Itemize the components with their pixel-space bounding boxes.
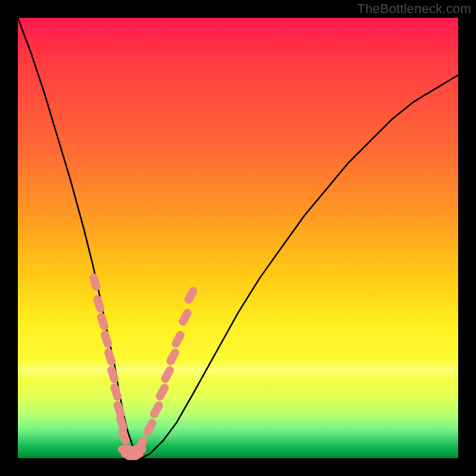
curve-marker — [88, 273, 102, 292]
highlight-band — [18, 361, 458, 379]
plot-area — [18, 18, 458, 458]
marker-group — [88, 273, 199, 461]
curve-marker — [121, 450, 137, 458]
curve-marker — [159, 365, 175, 384]
chart-frame: TheBottleneck.com — [0, 0, 476, 476]
curve-marker — [154, 382, 170, 402]
curve-marker — [96, 312, 110, 331]
curve-marker — [183, 286, 199, 305]
curve-marker — [112, 400, 126, 419]
curve-marker — [92, 295, 106, 314]
curve-marker — [128, 450, 143, 458]
curve-marker — [107, 365, 120, 384]
curve-marker — [99, 330, 113, 349]
watermark-text: TheBottleneck.com — [357, 1, 471, 17]
curve-marker — [142, 418, 158, 437]
curve-marker — [165, 347, 180, 367]
curve-layer — [18, 18, 458, 458]
curve-marker — [103, 347, 117, 367]
curve-marker — [133, 435, 149, 455]
curve-marker — [124, 452, 140, 460]
bottleneck-curve — [18, 18, 458, 458]
curve-marker — [131, 445, 146, 453]
curve-marker — [109, 383, 123, 402]
curve-marker — [115, 413, 129, 433]
curve-marker — [117, 427, 131, 446]
curve-marker — [177, 308, 193, 327]
curve-marker — [170, 330, 186, 349]
curve-marker — [149, 400, 164, 419]
curve-marker — [118, 445, 133, 453]
